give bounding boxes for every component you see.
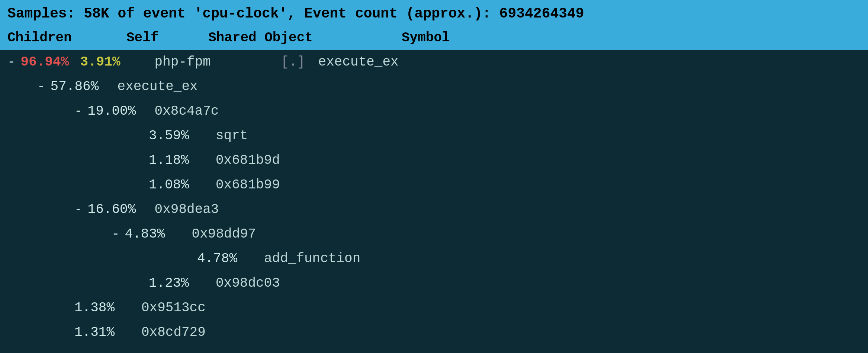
table-row[interactable]: 4.78% add_function	[0, 247, 868, 271]
expand-icon[interactable]: -	[7, 52, 16, 72]
pct: 3.59%	[149, 126, 208, 146]
stats-header: Samples: 58K of event 'cpu-clock', Event…	[0, 0, 868, 27]
pct: 1.31%	[74, 322, 134, 343]
pct: 4.83%	[125, 224, 184, 244]
pct: 16.60%	[88, 200, 147, 220]
col-header-symbol: Symbol	[402, 30, 861, 45]
table-row[interactable]: - 57.86% execute_ex	[0, 74, 868, 99]
symbol-name: add_function	[264, 249, 360, 269]
expand-icon[interactable]: -	[74, 200, 83, 220]
table-row[interactable]: 1.38% 0x9513cc	[0, 296, 868, 320]
pct: 1.18%	[149, 150, 208, 171]
table-row[interactable]: 1.18% 0x681b9d	[0, 148, 868, 173]
perf-report: Samples: 58K of event 'cpu-clock', Event…	[0, 0, 868, 345]
table-row[interactable]: 3.59% sqrt	[0, 124, 868, 148]
self-pct: 3.91%	[80, 52, 140, 72]
pct: 1.23%	[149, 273, 208, 293]
symbol-name: 0x98dd97	[192, 224, 256, 244]
table-row[interactable]: - 96.94% 3.91% php-fpm [.] execute_ex	[0, 50, 868, 74]
symbol-name: sqrt	[216, 126, 248, 146]
symbol-name: 0x9513cc	[141, 298, 206, 318]
expand-icon[interactable]: -	[112, 224, 120, 244]
table-row[interactable]: 1.23% 0x98dc03	[0, 271, 868, 296]
children-pct: 96.94%	[21, 52, 80, 72]
symbol-name: 0x8c4a7c	[155, 101, 219, 121]
shared-object: php-fpm	[155, 52, 266, 72]
symbol-name: 0x681b9d	[216, 150, 280, 171]
pct: 19.00%	[88, 101, 147, 121]
table-row[interactable]: - 19.00% 0x8c4a7c	[0, 99, 868, 124]
symbol-name: execute_ex	[318, 52, 399, 72]
pct: 57.86%	[51, 77, 110, 97]
col-header-children: Children	[7, 30, 126, 45]
table-row[interactable]: - 4.83% 0x98dd97	[0, 222, 868, 247]
symbol-name: 0x681b99	[216, 175, 280, 195]
expand-icon[interactable]: -	[37, 77, 45, 97]
symbol-name: 0x98dea3	[155, 200, 219, 220]
samples-line: Samples: 58K of event 'cpu-clock', Event…	[7, 6, 584, 22]
pct: 1.08%	[149, 175, 208, 195]
expand-icon[interactable]: -	[74, 101, 83, 121]
column-headers: Children Self Shared Object Symbol	[0, 27, 868, 50]
table-row[interactable]: - 16.60% 0x98dea3	[0, 197, 868, 222]
symbol-tag: [.]	[281, 52, 311, 72]
table-row[interactable]: 1.31% 0x8cd729	[0, 320, 868, 345]
col-header-self: Self	[126, 30, 208, 45]
content-area: - 96.94% 3.91% php-fpm [.] execute_ex - …	[0, 50, 868, 345]
pct: 4.78%	[197, 249, 257, 269]
symbol-name: 0x8cd729	[141, 322, 206, 343]
symbol-name: execute_ex	[118, 77, 198, 97]
col-header-shared: Shared Object	[208, 30, 402, 45]
table-row[interactable]: 1.08% 0x681b99	[0, 173, 868, 197]
symbol-name: 0x98dc03	[216, 273, 280, 293]
pct: 1.38%	[74, 298, 134, 318]
